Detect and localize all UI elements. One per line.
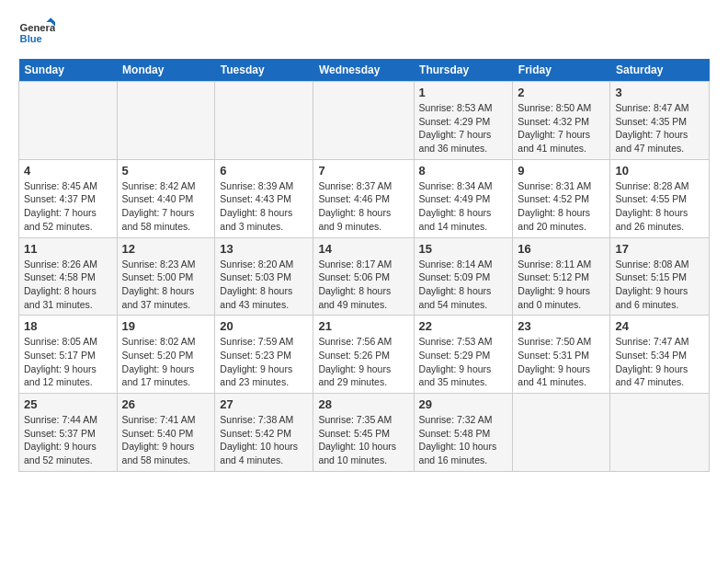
calendar-cell: 29Sunrise: 7:32 AM Sunset: 5:48 PM Dayli… [414,394,513,472]
cell-info: Sunrise: 7:56 AM Sunset: 5:26 PM Dayligh… [318,335,408,389]
day-number: 1 [419,86,508,99]
calendar-cell: 18Sunrise: 8:05 AM Sunset: 5:17 PM Dayli… [19,316,118,394]
calendar-cell: 14Sunrise: 8:17 AM Sunset: 5:06 PM Dayli… [313,237,414,316]
cell-info: Sunrise: 8:26 AM Sunset: 4:58 PM Dayligh… [24,258,112,312]
calendar-cell: 26Sunrise: 7:41 AM Sunset: 5:40 PM Dayli… [117,394,215,472]
calendar-cell: 13Sunrise: 8:20 AM Sunset: 5:03 PM Dayli… [215,237,313,316]
day-number: 8 [419,164,508,178]
calendar-cell: 21Sunrise: 7:56 AM Sunset: 5:26 PM Dayli… [313,316,414,394]
calendar-cell: 4Sunrise: 8:45 AM Sunset: 4:37 PM Daylig… [19,159,118,237]
calendar-cell: 10Sunrise: 8:28 AM Sunset: 4:55 PM Dayli… [610,159,710,237]
calendar-cell: 25Sunrise: 7:44 AM Sunset: 5:37 PM Dayli… [19,394,118,472]
cell-info: Sunrise: 8:08 AM Sunset: 5:15 PM Dayligh… [615,258,704,312]
cell-info: Sunrise: 8:34 AM Sunset: 4:49 PM Dayligh… [419,179,508,234]
day-number: 25 [24,397,112,411]
cell-info: Sunrise: 7:50 AM Sunset: 5:31 PM Dayligh… [518,335,605,389]
calendar-row: 18Sunrise: 8:05 AM Sunset: 5:17 PM Dayli… [19,316,710,394]
cell-info: Sunrise: 8:45 AM Sunset: 4:37 PM Dayligh… [24,179,112,234]
day-number: 24 [615,319,704,333]
calendar-cell: 28Sunrise: 7:35 AM Sunset: 5:45 PM Dayli… [313,394,414,472]
svg-marker-2 [46,17,55,22]
calendar-cell [610,394,710,472]
header-row: SundayMondayTuesdayWednesdayThursdayFrid… [19,59,710,82]
calendar-table: SundayMondayTuesdayWednesdayThursdayFrid… [18,59,710,472]
day-number: 6 [220,164,308,178]
day-number: 28 [318,397,408,411]
day-number: 13 [220,242,308,256]
cell-info: Sunrise: 8:42 AM Sunset: 4:40 PM Dayligh… [122,179,210,234]
day-number: 26 [122,397,210,411]
day-number: 2 [518,86,605,99]
day-number: 20 [220,319,308,333]
calendar-cell [19,82,118,160]
logo: General Blue [18,15,59,52]
day-number: 17 [615,242,704,256]
day-number: 16 [518,242,605,256]
calendar-cell: 9Sunrise: 8:31 AM Sunset: 4:52 PM Daylig… [513,159,610,237]
column-header-tuesday: Tuesday [215,59,313,82]
day-number: 4 [24,164,112,178]
calendar-cell: 11Sunrise: 8:26 AM Sunset: 4:58 PM Dayli… [19,237,118,316]
cell-info: Sunrise: 8:31 AM Sunset: 4:52 PM Dayligh… [518,179,605,234]
cell-info: Sunrise: 7:32 AM Sunset: 5:48 PM Dayligh… [419,413,508,467]
calendar-row: 25Sunrise: 7:44 AM Sunset: 5:37 PM Dayli… [19,394,710,472]
calendar-cell: 5Sunrise: 8:42 AM Sunset: 4:40 PM Daylig… [117,159,215,237]
calendar-row: 11Sunrise: 8:26 AM Sunset: 4:58 PM Dayli… [19,237,710,316]
day-number: 3 [615,86,704,99]
day-number: 27 [220,397,308,411]
cell-info: Sunrise: 8:20 AM Sunset: 5:03 PM Dayligh… [220,258,308,312]
calendar-cell: 15Sunrise: 8:14 AM Sunset: 5:09 PM Dayli… [414,237,513,316]
day-number: 12 [122,242,210,256]
cell-info: Sunrise: 8:02 AM Sunset: 5:20 PM Dayligh… [122,335,210,389]
day-number: 22 [419,319,508,333]
column-header-sunday: Sunday [19,59,118,82]
calendar-cell: 24Sunrise: 7:47 AM Sunset: 5:34 PM Dayli… [610,316,710,394]
header: General Blue [18,15,710,52]
calendar-cell: 23Sunrise: 7:50 AM Sunset: 5:31 PM Dayli… [513,316,610,394]
calendar-cell: 19Sunrise: 8:02 AM Sunset: 5:20 PM Dayli… [117,316,215,394]
calendar-cell: 3Sunrise: 8:47 AM Sunset: 4:35 PM Daylig… [610,82,710,160]
day-number: 11 [24,242,112,256]
cell-info: Sunrise: 8:11 AM Sunset: 5:12 PM Dayligh… [518,258,605,312]
day-number: 7 [318,164,408,178]
calendar-cell [513,394,610,472]
calendar-cell: 2Sunrise: 8:50 AM Sunset: 4:32 PM Daylig… [513,82,610,160]
calendar-cell [313,82,414,160]
calendar-cell: 6Sunrise: 8:39 AM Sunset: 4:43 PM Daylig… [215,159,313,237]
day-number: 14 [318,242,408,256]
calendar-cell: 8Sunrise: 8:34 AM Sunset: 4:49 PM Daylig… [414,159,513,237]
cell-info: Sunrise: 8:50 AM Sunset: 4:32 PM Dayligh… [518,101,605,155]
day-number: 29 [419,397,508,411]
cell-info: Sunrise: 8:17 AM Sunset: 5:06 PM Dayligh… [318,258,408,312]
cell-info: Sunrise: 8:14 AM Sunset: 5:09 PM Dayligh… [419,258,508,312]
day-number: 10 [615,164,704,178]
cell-info: Sunrise: 7:41 AM Sunset: 5:40 PM Dayligh… [122,413,210,467]
calendar-cell: 22Sunrise: 7:53 AM Sunset: 5:29 PM Dayli… [414,316,513,394]
calendar-cell: 17Sunrise: 8:08 AM Sunset: 5:15 PM Dayli… [610,237,710,316]
cell-info: Sunrise: 8:28 AM Sunset: 4:55 PM Dayligh… [615,179,704,234]
cell-info: Sunrise: 8:37 AM Sunset: 4:46 PM Dayligh… [318,179,408,234]
calendar-cell: 7Sunrise: 8:37 AM Sunset: 4:46 PM Daylig… [313,159,414,237]
day-number: 21 [318,319,408,333]
calendar-row: 1Sunrise: 8:53 AM Sunset: 4:29 PM Daylig… [19,82,710,160]
day-number: 19 [122,319,210,333]
calendar-row: 4Sunrise: 8:45 AM Sunset: 4:37 PM Daylig… [19,159,710,237]
cell-info: Sunrise: 7:38 AM Sunset: 5:42 PM Dayligh… [220,413,308,467]
column-header-wednesday: Wednesday [313,59,414,82]
day-number: 5 [122,164,210,178]
calendar-cell: 20Sunrise: 7:59 AM Sunset: 5:23 PM Dayli… [215,316,313,394]
cell-info: Sunrise: 7:59 AM Sunset: 5:23 PM Dayligh… [220,335,308,389]
calendar-cell [215,82,313,160]
cell-info: Sunrise: 7:47 AM Sunset: 5:34 PM Dayligh… [615,335,704,389]
cell-info: Sunrise: 7:35 AM Sunset: 5:45 PM Dayligh… [318,413,408,467]
column-header-thursday: Thursday [414,59,513,82]
calendar-cell [117,82,215,160]
column-header-monday: Monday [117,59,215,82]
column-header-saturday: Saturday [610,59,710,82]
cell-info: Sunrise: 8:47 AM Sunset: 4:35 PM Dayligh… [615,101,704,155]
day-number: 18 [24,319,112,333]
calendar-cell: 27Sunrise: 7:38 AM Sunset: 5:42 PM Dayli… [215,394,313,472]
cell-info: Sunrise: 8:39 AM Sunset: 4:43 PM Dayligh… [220,179,308,234]
svg-text:General: General [20,22,55,33]
day-number: 23 [518,319,605,333]
